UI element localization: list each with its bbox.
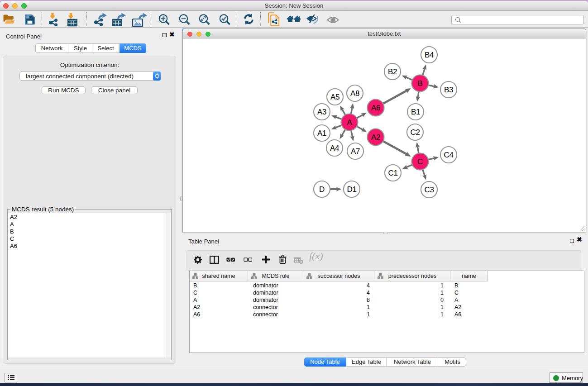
svg-text:A6: A6 bbox=[371, 104, 380, 112]
svg-text:D: D bbox=[319, 185, 325, 194]
svg-text:A7: A7 bbox=[351, 147, 360, 156]
svg-text:A: A bbox=[347, 118, 352, 127]
svg-text:B: B bbox=[417, 79, 422, 88]
svg-text:C4: C4 bbox=[444, 151, 453, 159]
svg-text:C2: C2 bbox=[410, 128, 420, 137]
svg-text:D1: D1 bbox=[347, 185, 356, 194]
svg-text:B1: B1 bbox=[411, 108, 420, 116]
svg-text:A3: A3 bbox=[317, 108, 326, 116]
svg-text:B4: B4 bbox=[425, 51, 434, 59]
svg-text:C1: C1 bbox=[388, 169, 397, 177]
svg-text:B2: B2 bbox=[388, 67, 397, 76]
svg-text:B3: B3 bbox=[444, 86, 453, 94]
svg-text:A2: A2 bbox=[371, 133, 380, 142]
svg-text:A4: A4 bbox=[330, 144, 339, 152]
svg-text:A8: A8 bbox=[350, 89, 359, 98]
svg-text:A1: A1 bbox=[317, 129, 326, 138]
svg-text:A5: A5 bbox=[330, 93, 339, 101]
svg-text:C: C bbox=[417, 157, 423, 166]
svg-text:C3: C3 bbox=[424, 186, 434, 194]
